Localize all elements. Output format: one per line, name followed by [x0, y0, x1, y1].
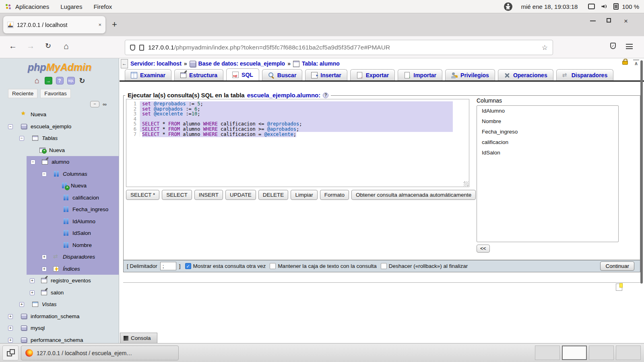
column-option-calificacion[interactable]: calificacion: [477, 137, 618, 148]
option-checkbox-2[interactable]: Mantener la caja de texto con la consult…: [270, 263, 376, 269]
console-tab[interactable]: Consola: [120, 333, 157, 343]
tree-item-disparadores[interactable]: +Disparadores: [0, 251, 119, 263]
breadcrumb-table[interactable]: Tabla: alumno: [302, 60, 340, 67]
option-checkbox-1[interactable]: Mostrar esta consulta otra vez: [185, 263, 266, 269]
accessibility-icon[interactable]: [504, 2, 512, 11]
tab-importar[interactable]: Importar: [398, 69, 442, 80]
tree-item-calificacion[interactable]: calificacion: [0, 192, 119, 204]
query-button-delete[interactable]: DELETE: [258, 190, 289, 200]
query-button-insert[interactable]: INSERT: [194, 190, 223, 200]
column-option-idsalon[interactable]: IdSalon: [477, 148, 618, 158]
home-icon[interactable]: [33, 77, 41, 84]
tab-insertar[interactable]: Insertar: [305, 69, 347, 80]
tree-expander[interactable]: +: [8, 314, 13, 319]
help-icon[interactable]: [56, 77, 64, 84]
tree-item-salon[interactable]: +salon: [0, 287, 119, 299]
menu-lugares[interactable]: Lugares: [60, 3, 82, 10]
tree-item-mysql[interactable]: +mysql: [0, 322, 119, 334]
tree-item-tablas[interactable]: −Tablas: [0, 132, 119, 144]
new-tab-button[interactable]: +: [112, 19, 117, 30]
collapse-all-button[interactable]: −: [90, 101, 99, 107]
tab-estructura[interactable]: Estructura: [174, 69, 223, 80]
workspace-4[interactable]: [616, 346, 641, 360]
tree-expander[interactable]: −: [8, 124, 13, 129]
bookmark-star-icon[interactable]: ☆: [542, 43, 548, 52]
speaker-icon[interactable]: [601, 4, 607, 9]
tree-expander[interactable]: +: [8, 326, 13, 331]
tree-item-alumno[interactable]: −alumno: [0, 156, 119, 168]
checkbox-icon[interactable]: [185, 263, 191, 269]
logout-icon[interactable]: [45, 77, 52, 84]
column-option-nombre[interactable]: Nombre: [477, 116, 618, 127]
page-scrollbar[interactable]: [640, 60, 643, 284]
window-maximize-icon[interactable]: [607, 18, 611, 23]
tree-expander[interactable]: −: [42, 172, 47, 177]
query-button-limpiar[interactable]: Limpiar: [291, 190, 317, 200]
checkbox-icon[interactable]: [381, 263, 387, 269]
tab-exportar[interactable]: Exportar: [350, 69, 395, 80]
forward-icon[interactable]: →: [27, 41, 35, 51]
tree-item-idalumno[interactable]: IdAlumno: [0, 216, 119, 228]
applications-menu-icon[interactable]: [5, 3, 11, 10]
sql-editor[interactable]: 1set @reprobados := 5;2set @aprobados :=…: [126, 99, 469, 187]
tab-buscar[interactable]: Buscar: [262, 69, 302, 80]
home-icon[interactable]: ⌂: [64, 41, 69, 51]
column-option-idalumno[interactable]: IdAlumno: [477, 106, 618, 116]
shield-check-icon[interactable]: ✓: [610, 43, 616, 49]
browser-tab[interactable]: 127.0.0.1 / localhost ×: [3, 16, 105, 33]
link-icon[interactable]: ∞: [103, 101, 107, 107]
query-button-obtener-consulta-almacenada-autom-ticamente[interactable]: Obtener consulta almacenada automáticame…: [351, 190, 476, 200]
tab-privilegios[interactable]: Privilegios: [445, 69, 495, 80]
tree-item-vistas[interactable]: +Vistas: [0, 298, 119, 311]
delimiter-input[interactable]: [160, 262, 176, 270]
tree-item-idsalon[interactable]: IdSalon: [0, 227, 119, 239]
collapse-panel-icon[interactable]: ∧: [633, 60, 639, 66]
taskbar-window-button[interactable]: 127.0.0.1 / localhost / escuela_ejem…: [21, 346, 179, 360]
query-button-select-[interactable]: SELECT *: [126, 190, 159, 200]
columns-listbox[interactable]: IdAlumnoNombreFecha_ingresocalificacionI…: [477, 105, 619, 242]
window-minimize-icon[interactable]: [590, 21, 596, 21]
query-button-update[interactable]: UPDATE: [225, 190, 256, 200]
recent-button[interactable]: Reciente: [8, 89, 37, 98]
tree-expander[interactable]: +: [42, 267, 47, 272]
checkbox-icon[interactable]: [270, 263, 276, 269]
resize-handle-icon[interactable]: [464, 181, 469, 186]
query-button-formato[interactable]: Formato: [320, 190, 349, 200]
menu-firefox[interactable]: Firefox: [93, 3, 112, 10]
tree-item-índices[interactable]: +Índices: [0, 263, 119, 275]
tracking-shield-icon[interactable]: [130, 45, 135, 51]
favorites-button[interactable]: Favoritas: [40, 89, 71, 98]
tree-item-escuela_ejemplo[interactable]: −escuela_ejemplo: [0, 121, 119, 133]
show-desktop-icon[interactable]: [2, 346, 19, 360]
tree-item-performance_schema[interactable]: +performance_schema: [0, 334, 119, 343]
tree-expander[interactable]: +: [30, 278, 35, 283]
workspace-2[interactable]: [562, 346, 587, 360]
tab-close-icon[interactable]: ×: [98, 22, 101, 28]
back-icon[interactable]: ←: [9, 41, 17, 51]
help-question-icon[interactable]: ?: [323, 93, 328, 98]
tree-item-registro_eventos[interactable]: +registro_eventos: [0, 275, 119, 287]
url-text[interactable]: 127.0.0.1/phpmyadmin/index.php?token=d5f…: [148, 44, 538, 51]
tab-disparadores[interactable]: Disparadores: [556, 69, 613, 80]
tree-expander[interactable]: −: [19, 136, 24, 141]
query-button-select[interactable]: SELECT: [162, 190, 192, 200]
option-checkbox-3[interactable]: Deshacer («rollback») al finalizar: [381, 263, 468, 269]
tree-expander[interactable]: +: [42, 255, 47, 259]
site-info-icon[interactable]: [139, 45, 144, 51]
display-icon[interactable]: [588, 4, 595, 9]
tree-item-columnas[interactable]: −Columnas: [0, 168, 119, 180]
tab-sql[interactable]: SQL: [226, 68, 259, 80]
tree-item-nueva[interactable]: Nueva: [0, 180, 119, 192]
system-clock[interactable]: mié ene 18, 19:03:18: [521, 3, 578, 10]
tab-examinar[interactable]: Examinar: [125, 69, 171, 80]
sidebar-collapse-icon[interactable]: ←: [121, 59, 128, 68]
continue-button[interactable]: Continuar: [600, 261, 634, 271]
tree-expander[interactable]: +: [30, 290, 35, 295]
workspace-3[interactable]: [589, 346, 614, 360]
tree-expander[interactable]: −: [31, 160, 35, 165]
battery-icon[interactable]: [613, 3, 619, 10]
tree-item-nueva[interactable]: Nueva: [0, 144, 119, 156]
tree-item-nueva[interactable]: Nueva: [0, 109, 119, 121]
menu-hamburger-icon[interactable]: [626, 44, 633, 49]
breadcrumb-server[interactable]: Servidor: localhost: [130, 60, 182, 67]
